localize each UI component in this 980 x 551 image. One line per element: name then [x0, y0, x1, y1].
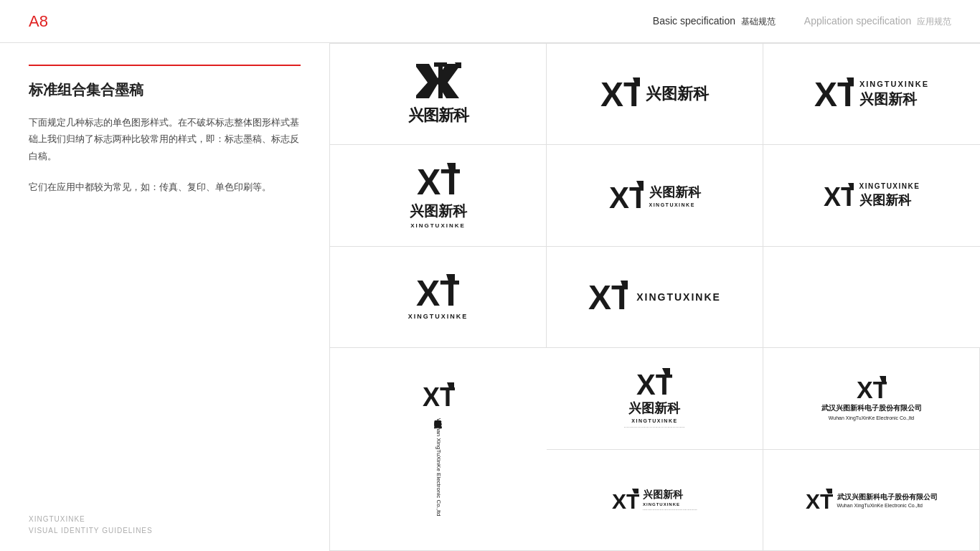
main-content: 标准组合集合墨稿 下面规定几种标志的单色图形样式。在不破坏标志整体图形样式基础上…	[0, 43, 980, 551]
logo-cell-3-1: XT XINGTUXINKE	[330, 247, 547, 348]
company-sub-row5c1: ········································…	[643, 507, 697, 512]
logo-cell-1-2: XT 兴图新科	[547, 44, 763, 145]
logo-cell-5-2: XT 武汉兴图新科电子股份有限公司 Wuhan XingTuXinKe Elec…	[763, 450, 980, 551]
top-bar: A8 Basic specification 基础规范 Application …	[0, 0, 980, 43]
company-en-row5c2: Wuhan XingTuXinKe Electronic Co.,ltd	[837, 503, 938, 508]
logo-cell-2-3: XT XINGTUXINKE 兴图新科	[763, 145, 980, 246]
company-cn-row4c2: 武汉兴图新科电子股份有限公司	[821, 403, 922, 413]
svg-text:XT: XT	[600, 77, 640, 110]
company-sub-row4c1: ········································…	[624, 425, 685, 429]
svg-text:XT: XT	[609, 181, 644, 211]
company-vertical-en: Wuhan XingTuXinKe Electronic Co.,ltd	[435, 418, 442, 517]
brand-cn-inline-large: 兴图新科	[646, 83, 709, 105]
company-en-row4c2: Wuhan XingTuXinKe Electronic Co.,ltd	[829, 415, 914, 420]
logo-cell-1-1: 兴图新科	[330, 44, 547, 145]
footer-text: XINGTUXINKE VISUAL IDENTITY GUIDELINES	[29, 514, 153, 537]
brand-en-row5c1: XINGTUXINKE	[643, 502, 697, 507]
brand-en-only-row3c1: XINGTUXINKE	[408, 313, 468, 320]
brand-cn-row5c1: 兴图新科	[643, 489, 697, 501]
nav-links: Basic specification 基础规范 Application spe…	[653, 15, 951, 28]
footer-line1: XINGTUXINKE	[29, 514, 153, 525]
footer-line2: VISUAL IDENTITY GUIDELINES	[29, 525, 153, 537]
logo-cell-1-3: XT XINGTUXINKE 兴图新科	[763, 44, 980, 145]
logo-grid: 兴图新科 XT 兴图新科 XT XINGTUXINK	[330, 43, 980, 551]
section-desc-2: 它们在应用中都较为常见，如：传真、复印、单色印刷等。	[29, 179, 301, 195]
brand-en-row2c1: XINGTUXINKE	[410, 222, 466, 229]
brand-cn-row4c1: 兴图新科	[628, 400, 680, 417]
logo-cell-4-2: XT 武汉兴图新科电子股份有限公司 Wuhan XingTuXinKe Elec…	[763, 348, 980, 449]
brand-en-row2c2: XINGTUXINKE	[649, 202, 701, 207]
svg-marker-0	[416, 64, 459, 98]
brand-cn-large: 兴图新科	[408, 105, 468, 126]
company-cn-row5c2: 武汉兴图新科电子股份有限公司	[837, 492, 938, 502]
logo-cell-2-2: XT 兴图新科 XINGTUXINKE	[547, 145, 763, 246]
svg-rect-2	[438, 62, 443, 98]
brand-en-row3c2: XINGTUXINKE	[636, 291, 721, 303]
svg-text:XT: XT	[824, 183, 854, 209]
brand-cn-row2c3: 兴图新科	[859, 192, 920, 209]
brand-en-row1c3: XINGTUXINKE	[859, 80, 929, 88]
section-title: 标准组合集合墨稿	[29, 80, 301, 100]
page-id: A8	[29, 12, 48, 31]
svg-text:XT: XT	[814, 77, 854, 110]
brand-en-row4c1: XINGTUXINKE	[631, 418, 677, 423]
logo-cell-3-3	[763, 247, 980, 348]
logo-cell-4-1: XT 兴图新科 XINGTUXINKE ····················…	[547, 348, 763, 449]
left-panel: 标准组合集合墨稿 下面规定几种标志的单色图形样式。在不破坏标志整体图形样式基础上…	[0, 43, 330, 551]
brand-cn-row2c1: 兴图新科	[410, 202, 467, 221]
logo-cell-4-3-vertical: XT 武汉兴图新科电子股份有限公司 Wuhan XingTuXinKe Elec…	[330, 348, 547, 551]
brand-en-row2c3: XINGTUXINKE	[859, 182, 920, 190]
nav-basic[interactable]: Basic specification 基础规范	[653, 15, 776, 28]
logo-cell-3-2: XT XINGTUXINKE	[547, 247, 763, 348]
nav-application[interactable]: Application specification 应用规范	[804, 15, 951, 28]
brand-cn-row1c3: 兴图新科	[859, 90, 929, 109]
logo-cell-5-1: XT 兴图新科 XINGTUXINKE ····················…	[547, 450, 763, 551]
section-desc-1: 下面规定几种标志的单色图形样式。在不破坏标志整体图形样式基础上我们归纳了标志两种…	[29, 114, 301, 164]
brand-cn-row2c2: 兴图新科	[649, 184, 701, 201]
svg-text:XT: XT	[588, 281, 628, 314]
logo-cell-2-1: XT 兴图新科 XINGTUXINKE	[330, 145, 547, 246]
section-divider	[29, 65, 301, 66]
